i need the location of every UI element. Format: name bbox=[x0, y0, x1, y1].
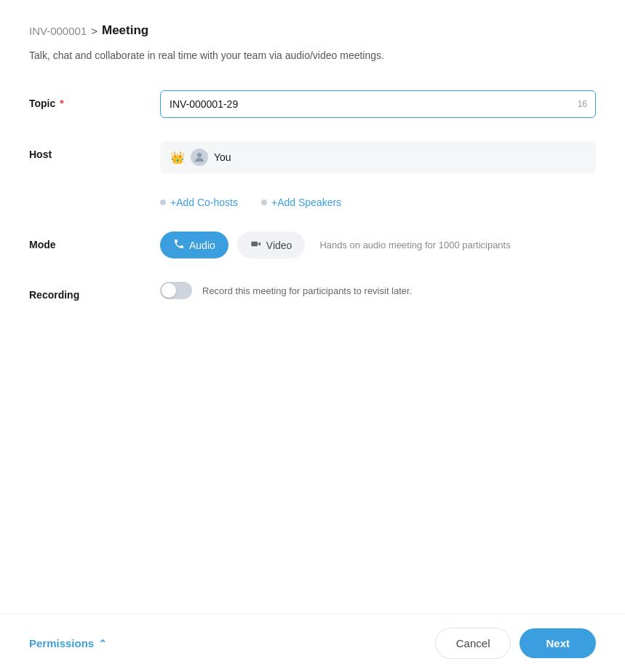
recording-description: Record this meeting for participants to … bbox=[202, 285, 412, 296]
host-field: 👑 You bbox=[160, 141, 596, 173]
add-cohosts-option[interactable]: +Add Co-hosts bbox=[160, 197, 238, 208]
topic-label: Topic * bbox=[29, 90, 160, 109]
topic-char-count: 16 bbox=[578, 99, 587, 109]
recording-label: Recording bbox=[29, 282, 160, 301]
next-button[interactable]: Next bbox=[519, 628, 596, 658]
page-container: INV-000001 > Meeting Talk, chat and coll… bbox=[0, 0, 625, 672]
chevron-up-icon: ⌃ bbox=[98, 638, 107, 649]
recording-toggle[interactable] bbox=[160, 282, 192, 299]
footer-buttons: Cancel Next bbox=[435, 628, 596, 659]
host-row: Host 👑 You bbox=[29, 141, 596, 173]
audio-mode-button[interactable]: Audio bbox=[160, 232, 228, 258]
add-speakers-link[interactable]: +Add Speakers bbox=[271, 197, 341, 208]
topic-row: Topic * 16 bbox=[29, 90, 596, 118]
video-icon bbox=[250, 238, 262, 252]
host-name: You bbox=[214, 151, 231, 163]
breadcrumb: INV-000001 > Meeting bbox=[29, 23, 596, 38]
svg-rect-1 bbox=[251, 242, 258, 247]
page-subtitle: Talk, chat and collaborate in real time … bbox=[29, 50, 596, 61]
toggle-knob bbox=[162, 283, 176, 298]
add-speakers-option[interactable]: +Add Speakers bbox=[261, 197, 341, 208]
form-section: Topic * 16 Host 👑 bbox=[29, 90, 596, 672]
mode-field: Audio Video Hands on audio meeting for 1… bbox=[160, 232, 596, 258]
svg-point-0 bbox=[197, 153, 202, 157]
topic-input[interactable] bbox=[160, 90, 596, 118]
recording-toggle-wrapper: Record this meeting for participants to … bbox=[160, 282, 596, 299]
recording-field: Record this meeting for participants to … bbox=[160, 282, 596, 299]
host-label: Host bbox=[29, 141, 160, 160]
audio-mode-label: Audio bbox=[189, 240, 215, 251]
video-mode-button[interactable]: Video bbox=[237, 232, 306, 258]
mode-label: Mode bbox=[29, 232, 160, 250]
topic-input-wrapper: 16 bbox=[160, 90, 596, 118]
recording-row: Recording Record this meeting for partic… bbox=[29, 282, 596, 301]
breadcrumb-separator: > bbox=[91, 25, 97, 37]
mode-row: Mode Audio bbox=[29, 232, 596, 258]
host-box: 👑 You bbox=[160, 141, 596, 173]
video-mode-label: Video bbox=[266, 240, 292, 251]
mode-description: Hands on audio meeting for 1000 particip… bbox=[319, 240, 510, 250]
speakers-dot bbox=[261, 199, 267, 205]
add-cohosts-link[interactable]: +Add Co-hosts bbox=[170, 197, 238, 208]
breadcrumb-parent: INV-000001 bbox=[29, 25, 87, 37]
mode-options: Audio Video Hands on audio meeting for 1… bbox=[160, 232, 596, 258]
cancel-button[interactable]: Cancel bbox=[435, 628, 511, 659]
footer: Permissions ⌃ Cancel Next bbox=[0, 614, 625, 672]
cohosts-dot bbox=[160, 199, 166, 205]
topic-field: 16 bbox=[160, 90, 596, 118]
permissions-link[interactable]: Permissions ⌃ bbox=[29, 637, 107, 649]
avatar bbox=[191, 149, 208, 166]
permissions-label: Permissions bbox=[29, 637, 94, 649]
crown-icon: 👑 bbox=[170, 151, 185, 165]
breadcrumb-current: Meeting bbox=[102, 23, 148, 38]
add-options: +Add Co-hosts +Add Speakers bbox=[160, 197, 596, 208]
phone-icon bbox=[173, 238, 185, 252]
